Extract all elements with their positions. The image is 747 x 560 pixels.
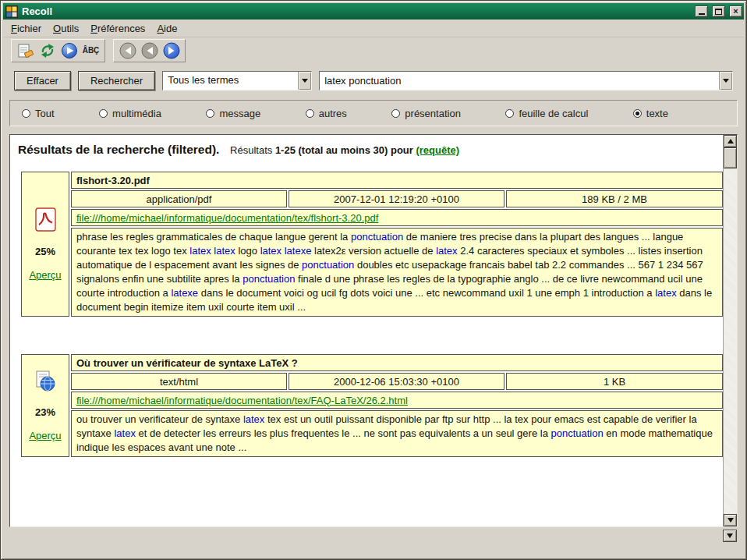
html-icon: [34, 370, 56, 395]
toolbar: ÂBÇ: [3, 37, 744, 63]
menubar: Fichier Outils Préférences Aide: [3, 19, 744, 37]
result-size: 1 KB: [506, 373, 723, 390]
result-url-link[interactable]: file:///home/michael/informatique/docume…: [76, 212, 378, 224]
result-snippet: phrase les regles grammaticales de chaqu…: [71, 228, 723, 317]
chevron-down-icon: [723, 79, 729, 83]
app-icon: [5, 5, 18, 18]
maximize-button[interactable]: [712, 5, 725, 17]
start-query-icon[interactable]: [59, 41, 79, 60]
prev-page-icon[interactable]: [140, 41, 159, 60]
search-button[interactable]: Rechercher: [78, 71, 155, 90]
result-date: 2007-12-01 12:19:20 +0100: [289, 190, 504, 207]
scroll-down-button[interactable]: [724, 514, 737, 526]
search-mode-dropdown-button[interactable]: [298, 72, 311, 90]
result-title: flshort-3.20.pdf: [71, 172, 723, 189]
filter-label: message: [219, 108, 260, 119]
radio-icon: [633, 109, 642, 118]
results-summary: Résultats 1-25 (total au moins 30) pour …: [230, 144, 459, 156]
toolbar-group-main: ÂBÇ: [11, 39, 105, 62]
results-panel: Résultats de la recherche (filtered). Ré…: [9, 134, 738, 527]
menu-aide[interactable]: Aide: [157, 23, 177, 34]
outer-scroll-down-button[interactable]: [723, 530, 737, 542]
arrow-up-icon: [728, 139, 734, 144]
clear-button[interactable]: Effacer: [14, 71, 71, 90]
search-bar: Effacer Rechercher Tous les termes: [3, 70, 744, 90]
scrollbar-thumb[interactable]: [724, 147, 737, 168]
radio-icon: [99, 109, 108, 118]
radio-icon: [306, 109, 314, 118]
query-input[interactable]: [324, 74, 714, 87]
scroll-up-button[interactable]: [724, 135, 737, 147]
filter-texte[interactable]: texte: [633, 108, 668, 119]
filter-label: Tout: [35, 108, 55, 119]
window-title: Recoll: [22, 5, 691, 17]
category-filter-bar: Tout multimédia message autres présentat…: [9, 100, 738, 126]
result-url-cell: file:///home/michael/informatique/docume…: [71, 209, 723, 226]
term-explorer-label: ÂBÇ: [83, 46, 100, 55]
query-combo[interactable]: [319, 71, 733, 90]
radio-icon: [22, 109, 30, 118]
results-list: Résultats de la recherche (filtered). Ré…: [10, 135, 723, 526]
result-table-2: 23% Aperçu Où trouver un vérificateur de…: [19, 353, 723, 459]
radio-icon: [391, 109, 400, 118]
preview-link[interactable]: Aperçu: [29, 269, 61, 281]
scrollbar-trough[interactable]: [724, 168, 737, 514]
filter-label: texte: [646, 108, 668, 119]
filter-presentation[interactable]: présentation: [391, 108, 461, 119]
arrow-down-icon: [728, 518, 734, 523]
result-side-panel: 25% Aperçu: [21, 172, 69, 317]
filter-message[interactable]: message: [206, 108, 260, 119]
results-scrollbar[interactable]: [723, 135, 737, 526]
result-title: Où trouver un vérificateur de syntaxe La…: [71, 354, 723, 371]
clear-search-icon[interactable]: [16, 41, 35, 60]
chevron-down-icon: [302, 79, 308, 83]
next-page-icon[interactable]: [161, 41, 181, 60]
update-index-icon[interactable]: [37, 41, 57, 60]
toolbar-group-nav: [113, 39, 186, 62]
close-icon: ×: [733, 7, 738, 16]
preview-link[interactable]: Aperçu: [29, 430, 61, 441]
menu-preferences[interactable]: Préférences: [90, 23, 145, 34]
search-mode-value: Tous les termes: [163, 72, 298, 90]
first-page-icon[interactable]: [118, 41, 137, 60]
relevance-percent: 23%: [35, 406, 55, 418]
result-snippet: ou trouver un verificateur de syntaxe la…: [71, 410, 723, 457]
filter-label: autres: [319, 108, 347, 119]
arrow-down-icon: [727, 533, 733, 538]
filter-autres[interactable]: autres: [306, 108, 347, 119]
results-header: Résultats de la recherche (filtered). Ré…: [18, 143, 718, 157]
result-mime: application/pdf: [71, 190, 287, 207]
menu-fichier[interactable]: Fichier: [11, 23, 41, 34]
result-mime: text/html: [71, 373, 287, 390]
radio-icon: [505, 109, 514, 118]
query-details-link[interactable]: (requête): [416, 144, 459, 156]
filter-label: multimédia: [112, 108, 161, 119]
menu-outils[interactable]: Outils: [53, 23, 79, 34]
pdf-icon: [35, 207, 56, 234]
filter-label: feuille de calcul: [519, 108, 588, 119]
results-title: Résultats de la recherche (filtered).: [18, 143, 219, 156]
result-table-1: 25% Aperçu flshort-3.20.pdf application/…: [19, 170, 723, 318]
minimize-icon: [699, 13, 705, 15]
minimize-button[interactable]: [695, 5, 708, 17]
filter-tout[interactable]: Tout: [22, 108, 55, 119]
filter-label: présentation: [405, 108, 461, 119]
relevance-percent: 25%: [35, 246, 55, 257]
result-url-link[interactable]: file:///home/michael/informatique/docume…: [76, 395, 408, 406]
term-explorer-icon[interactable]: ÂBÇ: [81, 41, 101, 60]
result-side-panel: 23% Aperçu: [21, 354, 69, 457]
recoll-window: Recoll × Fichier Outils Préférences Aide: [0, 0, 747, 560]
result-url-cell: file:///home/michael/informatique/docume…: [71, 392, 723, 409]
result-date: 2000-12-06 15:03:30 +0100: [289, 373, 504, 390]
search-mode-select[interactable]: Tous les termes: [162, 71, 312, 90]
radio-icon: [206, 109, 214, 118]
filter-multimedia[interactable]: multimédia: [99, 108, 161, 119]
filter-feuille-de-calcul[interactable]: feuille de calcul: [505, 108, 588, 119]
bottom-strip: [3, 527, 744, 557]
titlebar: Recoll ×: [3, 3, 744, 19]
query-dropdown-button[interactable]: [719, 72, 732, 90]
maximize-icon: [715, 9, 722, 15]
close-button[interactable]: ×: [729, 5, 742, 17]
result-size: 189 KB / 2 MB: [506, 190, 723, 207]
